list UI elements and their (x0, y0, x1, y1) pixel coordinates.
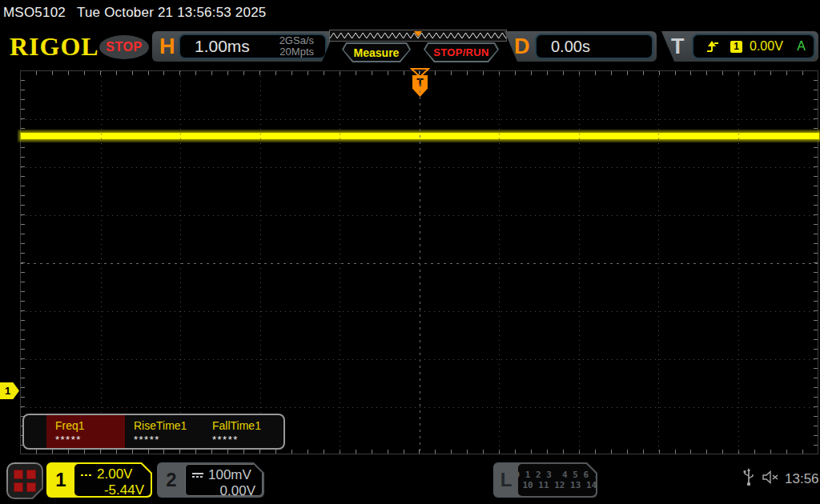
usb-icon (742, 468, 755, 487)
rising-edge-icon (706, 41, 719, 53)
menu-square (26, 482, 36, 492)
measurement-label: FallTime1 (212, 419, 282, 432)
run-status-text: STOP (106, 40, 142, 54)
measurement-falltime1[interactable]: FallTime1 ***** (203, 415, 282, 448)
grid-hline (21, 215, 818, 216)
measurement-value: ***** (55, 434, 125, 446)
trigger-settings[interactable]: T 1 0.00V A (661, 31, 818, 62)
channel1-values: 2.00V -5.44V (74, 464, 151, 496)
channel1-number: 1 (46, 462, 75, 498)
sample-rate: 2GSa/s (279, 35, 314, 46)
delay-settings[interactable]: D 0.00s (504, 31, 657, 62)
grid-vline (658, 71, 659, 454)
logic-channels-badge[interactable]: L 0 1 2 3 4 5 6 7 8 9 10 11 12 13 14 15 (493, 462, 597, 498)
horizontal-label: H (159, 31, 175, 62)
grid-vline (260, 71, 261, 454)
app-grid-icon[interactable] (6, 462, 43, 499)
logic-label: L (493, 462, 519, 498)
channel1-trace (21, 133, 819, 139)
channel2-offset: 0.00V (192, 483, 255, 499)
dc-coupling-icon (81, 473, 92, 476)
model-name: MSO5102 (3, 5, 66, 20)
dc-coupling-icon (192, 473, 203, 478)
graticule-ticks-left (21, 71, 25, 454)
timebase-value: 1.00ms (195, 37, 250, 56)
delay-label: D (514, 31, 530, 62)
grid-vline (579, 71, 580, 454)
grid-vline (738, 71, 739, 454)
channel2-number: 2 (157, 462, 186, 498)
waveform-overview-strip[interactable] (329, 30, 507, 42)
grid-vline (340, 71, 340, 454)
delay-value: 0.00s (551, 38, 590, 56)
measurement-panel[interactable]: Freq1 ***** RiseTime1 ***** FallTime1 **… (22, 414, 285, 450)
overview-trigger-position-icon (414, 31, 422, 37)
measurement-label: Freq1 (55, 419, 125, 432)
oscilloscope-screen: MSO5102Tue October 21 13:56:53 2025 RIGO… (0, 0, 820, 504)
grid-hline (21, 311, 818, 312)
clock-text: 13:56 (785, 471, 819, 487)
logic-row-0-7: 0 1 2 3 4 5 6 7 (515, 470, 600, 480)
run-status-badge: STOP (99, 35, 149, 59)
menu-square (14, 482, 23, 492)
grid-vline (101, 71, 102, 454)
trigger-box[interactable]: 1 0.00V A (692, 34, 815, 59)
menu-square (14, 470, 23, 479)
grid-center-vline (420, 71, 420, 454)
grid-hline (21, 359, 818, 360)
trigger-marker[interactable]: T (412, 75, 428, 97)
titlebar: MSO5102Tue October 21 13:56:53 2025 (3, 5, 266, 21)
measurement-label: RiseTime1 (134, 419, 203, 432)
channel2-badge[interactable]: 2 100mV 0.00V (157, 462, 264, 498)
acquisition-info: 2GSa/s 20Mpts (279, 35, 314, 58)
stop-run-button-label: STOP/RUN (433, 46, 488, 58)
rigol-logo: RIGOL (10, 32, 99, 62)
trigger-label: T (671, 31, 685, 62)
measurement-value: ***** (134, 434, 203, 446)
speaker-muted-icon[interactable] (762, 470, 780, 484)
measure-button-label: Measure (354, 46, 400, 59)
grid-hline (21, 407, 818, 408)
trigger-sweep-mode: A (797, 39, 806, 54)
channel2-scale: 100mV (208, 467, 251, 483)
trigger-source-badge: 1 (730, 41, 742, 53)
measurement-freq1[interactable]: Freq1 ***** (46, 415, 125, 448)
timebase-box[interactable]: 1.00ms 2GSa/s 20Mpts (179, 34, 327, 59)
grid-vline (499, 71, 500, 454)
measurement-value: ***** (212, 434, 282, 446)
grid-hline (21, 167, 818, 168)
measurement-risetime1[interactable]: RiseTime1 ***** (125, 415, 203, 448)
horizontal-settings[interactable]: H 1.00ms 2GSa/s 20Mpts (152, 31, 335, 62)
datetime-text: Tue October 21 13:56:53 2025 (77, 5, 267, 20)
channel1-ground-marker[interactable]: 1 (0, 382, 19, 399)
measurement-panel-handle[interactable] (24, 415, 46, 448)
trigger-level-value: 0.00V (750, 39, 783, 54)
grid-vline (180, 71, 181, 454)
grid-center-hline (21, 263, 818, 264)
channel1-badge[interactable]: 1 2.00V -5.44V (46, 462, 152, 498)
grid-hline (21, 119, 818, 120)
stop-run-button[interactable]: STOP/RUN (424, 42, 499, 62)
graticule[interactable]: T (20, 70, 818, 454)
memory-depth: 20Mpts (279, 46, 314, 58)
channel1-offset: -5.44V (81, 482, 144, 498)
menu-square (26, 470, 36, 479)
logic-channel-list: 0 1 2 3 4 5 6 7 8 9 10 11 12 13 14 15 (518, 464, 596, 496)
measure-button[interactable]: Measure (342, 42, 411, 62)
channel1-scale: 2.00V (97, 466, 132, 482)
graticule-ticks-right (814, 71, 818, 454)
channel2-values: 100mV 0.00V (185, 464, 263, 496)
delay-box[interactable]: 0.00s (535, 34, 653, 59)
